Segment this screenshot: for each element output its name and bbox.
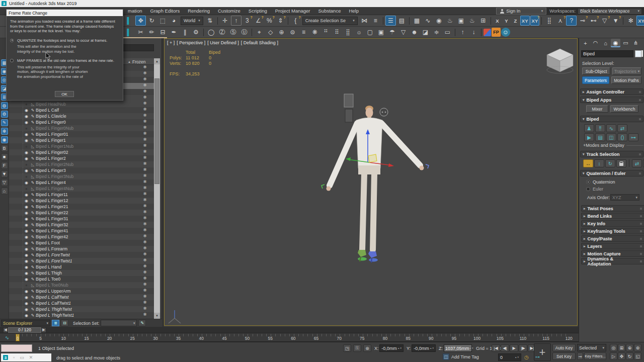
fp-button[interactable]: FP	[492, 28, 501, 37]
display-hidden-icon[interactable]: ◉	[1, 136, 8, 143]
collapsed-rollout[interactable]: ▸Layers	[581, 243, 644, 249]
select-and-place-button[interactable]: ◕	[169, 16, 179, 26]
save-file-button[interactable]: ◫	[606, 133, 616, 141]
motion-flow-mode-button[interactable]: ∿	[606, 124, 616, 132]
monitor-button[interactable]: ▢	[365, 27, 375, 37]
umbrella-button[interactable]: ☂	[387, 27, 397, 37]
display-children-button[interactable]: ⊟	[61, 320, 68, 326]
keyboard-override-button[interactable]: ↑	[231, 16, 242, 26]
delete-object-button[interactable]: ⊟	[157, 27, 168, 37]
radio-map-frames[interactable]	[10, 59, 14, 62]
visibility-eye-icon[interactable]	[23, 271, 30, 276]
frozen-icon[interactable]	[142, 167, 148, 172]
pattern-button[interactable]: ❋	[309, 27, 320, 37]
scene-explorer-row[interactable]: Biped L Calf	[9, 107, 154, 113]
biped-playback-button[interactable]: ▶	[584, 133, 594, 141]
key-filters-button[interactable]: Key Filters...	[584, 352, 606, 360]
frozen-icon[interactable]	[142, 192, 148, 196]
collapsed-rollout[interactable]: ▸Key Info	[581, 220, 644, 227]
axis-x-button[interactable]: X	[493, 16, 502, 26]
axis-y-button[interactable]: Y	[502, 16, 511, 26]
visibility-eye-icon[interactable]	[23, 108, 30, 113]
time-slider-handle[interactable]: 0 / 120	[8, 327, 41, 333]
circle-z-button[interactable]: Ⓩ	[217, 27, 227, 37]
link-query-button[interactable]: ⊸	[577, 16, 588, 26]
lock-com-keying-button[interactable]	[616, 159, 626, 167]
scene-explorer-row[interactable]: Biped L Finger12	[9, 198, 154, 204]
frozen-icon[interactable]	[142, 107, 148, 112]
circle-tool-button[interactable]: ◯	[206, 27, 216, 37]
character-model[interactable]	[321, 106, 429, 262]
circle-u-button[interactable]: Ⓤ	[239, 27, 250, 37]
visibility-eye-icon[interactable]	[23, 199, 30, 203]
visibility-eye-icon[interactable]	[23, 132, 30, 137]
frozen-icon[interactable]	[142, 186, 148, 190]
frozen-icon[interactable]	[142, 179, 148, 184]
render-production-button[interactable]: ♨	[467, 16, 477, 26]
percent-snap-button[interactable]: %	[264, 16, 275, 26]
tab-utilities[interactable]: ⋔	[631, 39, 640, 47]
frozen-icon[interactable]	[142, 113, 148, 118]
angle-snap-button[interactable]: ∠	[253, 16, 264, 26]
scene-explorer-row[interactable]: Biped L Finger22	[9, 210, 154, 216]
prev-frame-arrow[interactable]: ◀	[3, 327, 8, 333]
footstep-mode-button[interactable]: ‼	[595, 124, 605, 132]
curve-editor-button[interactable]: ▦	[412, 16, 422, 26]
visibility-eye-icon[interactable]	[23, 150, 30, 155]
previous-frame-button[interactable]: ◀|	[501, 344, 509, 352]
scene-explorer-row[interactable]: Biped L Forearm	[9, 246, 154, 252]
zoom-extents-button[interactable]: ⊕	[626, 344, 633, 351]
fov-button[interactable]: ▷	[610, 352, 617, 360]
frozen-icon[interactable]	[142, 240, 148, 244]
explorer-title-dropdown[interactable]: Scene Explorer ▾	[1, 320, 50, 326]
scene-explorer-row[interactable]: Biped L UpperArm	[9, 288, 154, 294]
collapsed-rollout[interactable]: ▸Dynamics & Adaptation	[581, 258, 644, 264]
collapsed-rollout[interactable]: ▸Copy/Paste	[581, 235, 644, 242]
viewport-menu-general[interactable]: [ + ]	[167, 40, 175, 45]
visibility-eye-icon[interactable]	[23, 162, 30, 167]
visibility-eye-icon[interactable]	[23, 120, 30, 125]
visibility-eye-icon[interactable]	[23, 187, 30, 191]
app-logo-icon[interactable]: 3	[3, 355, 8, 360]
x-coordinate-field[interactable]: -0,0mm▲▼	[379, 344, 404, 352]
frozen-icon[interactable]	[142, 228, 148, 232]
visibility-eye-icon[interactable]	[23, 102, 30, 107]
rollout-quaternion-euler[interactable]: ▾Quaternion / Euler	[580, 170, 643, 176]
grid-array-button[interactable]: ⣿	[544, 16, 554, 26]
cone-flag-button[interactable]: ▽	[398, 27, 409, 37]
frozen-icon[interactable]	[142, 300, 148, 305]
scene-explorer-row[interactable]: Biped L ForeTwist	[9, 252, 154, 258]
frozen-icon[interactable]	[142, 119, 148, 124]
spinner-icon[interactable]: ▲▼	[430, 347, 434, 349]
spinner-icon[interactable]: ▲▼	[515, 356, 519, 358]
toggle-b-icon[interactable]: B	[1, 145, 8, 152]
ik-chain-button[interactable]: ⋏	[555, 16, 566, 26]
scene-explorer-row[interactable]: Biped L Finger2	[9, 155, 154, 161]
y-coordinate-field[interactable]: -0,0mm▲▼	[412, 344, 436, 352]
render-setup-button[interactable]: ♨	[445, 16, 455, 26]
picture-frames-object[interactable]	[344, 94, 353, 122]
visibility-eye-icon[interactable]	[23, 265, 30, 269]
dialog-title-bar[interactable]: Frame Rate Change	[7, 10, 123, 16]
frozen-icon[interactable]	[142, 77, 148, 81]
add-time-tag[interactable]: ◫ Add Time Tag	[443, 353, 479, 360]
brush-paint-button[interactable]: ✏	[146, 27, 157, 37]
bind-query-button[interactable]: ▼	[610, 16, 621, 26]
spinner-icon[interactable]: ▲▼	[469, 347, 474, 349]
frozen-icon[interactable]	[142, 137, 148, 142]
window-restore-icon[interactable]: ▫	[13, 355, 15, 360]
target-select-button[interactable]: ⌖	[254, 27, 265, 37]
visibility-eye-icon[interactable]	[23, 193, 30, 197]
light-button[interactable]: ☼	[354, 27, 364, 37]
sign-in-button[interactable]: Sign In ▾	[496, 8, 546, 15]
spinner-snap-button[interactable]: ⇕	[275, 16, 286, 26]
hatch-button[interactable]: ∥	[180, 27, 190, 37]
mask-button[interactable]: ☻	[409, 27, 420, 37]
select-and-scale-button[interactable]: ⬚	[157, 16, 168, 26]
display-frozen-icon[interactable]: ✻	[1, 128, 8, 135]
camera-box-button[interactable]: ▭	[442, 27, 453, 37]
frozen-icon[interactable]	[142, 125, 148, 130]
radio-quantize[interactable]	[10, 39, 14, 42]
key-mode-icon[interactable]: ⊸	[577, 352, 583, 360]
next-frame-button[interactable]: |▶	[519, 344, 527, 352]
